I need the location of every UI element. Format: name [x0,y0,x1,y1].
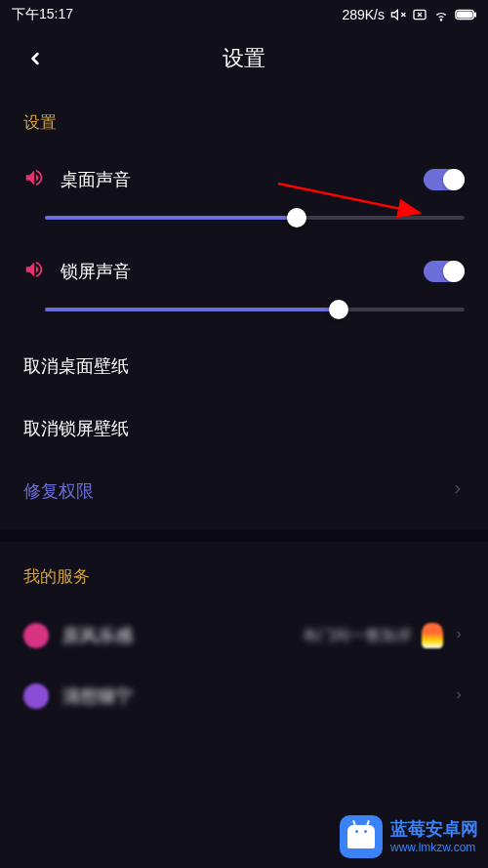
status-bar: 下午15:17 289K/s [0,0,488,29]
lockscreen-sound-label: 锁屏声音 [61,260,131,283]
service-icon [23,623,49,648]
chevron-left-icon [25,49,45,68]
close-box-icon [412,7,427,22]
services-section-title: 我的服务 [23,542,465,605]
desktop-sound-slider[interactable] [45,216,465,220]
mute-icon [390,7,406,22]
header: 设置 [0,29,488,88]
svg-rect-7 [474,13,476,17]
desktop-sound-slider-container [23,208,465,243]
flame-icon [422,623,443,648]
sound-icon [23,259,45,284]
service-row[interactable]: 原风乐感 布门间一整加岸 [23,605,465,666]
desktop-sound-left: 桌面声音 [23,167,131,192]
lockscreen-sound-toggle[interactable] [424,261,465,282]
service-icon [23,683,49,709]
settings-section-title: 设置 [23,88,465,151]
battery-icon [455,9,476,21]
svg-point-5 [440,20,441,21]
network-speed: 289K/s [342,7,385,22]
section-divider [0,530,488,542]
back-button[interactable] [20,43,51,74]
status-right: 289K/s [342,7,476,22]
service-label: 原风乐感 [62,624,133,647]
desktop-sound-label: 桌面声音 [61,168,131,191]
svg-rect-8 [458,12,472,18]
settings-section: 设置 桌面声音 [0,88,488,530]
service-sublabel: 布门间一整加岸 [303,626,412,646]
cancel-lockscreen-wallpaper[interactable]: 取消锁屏壁纸 [23,397,465,460]
sound-icon [23,167,45,192]
cancel-desktop-wallpaper[interactable]: 取消桌面壁纸 [23,335,465,397]
desktop-sound-row: 桌面声音 [23,151,465,208]
lockscreen-sound-slider-container [23,300,465,335]
watermark-title: 蓝莓安卓网 [390,819,478,841]
fix-permissions-row[interactable]: 修复权限 [23,460,465,530]
services-section: 我的服务 原风乐感 布门间一整加岸 清想猫宁 [0,542,488,726]
lockscreen-sound-row: 锁屏声音 [23,243,465,300]
watermark: 蓝莓安卓网 www.lmkzw.com [340,815,478,858]
status-time: 下午15:17 [12,6,73,23]
lockscreen-sound-slider[interactable] [45,308,465,311]
fix-permissions-label: 修复权限 [23,479,94,503]
watermark-url: www.lmkzw.com [390,841,478,854]
chevron-right-icon [453,627,465,644]
chevron-right-icon [451,482,465,500]
page-title: 设置 [223,44,265,73]
wifi-icon [433,7,449,22]
watermark-logo-icon [340,815,383,858]
service-label: 清想猫宁 [62,684,133,708]
lockscreen-sound-left: 锁屏声音 [23,259,131,284]
desktop-sound-toggle[interactable] [424,169,465,190]
service-row[interactable]: 清想猫宁 [23,666,465,726]
chevron-right-icon [453,687,465,705]
